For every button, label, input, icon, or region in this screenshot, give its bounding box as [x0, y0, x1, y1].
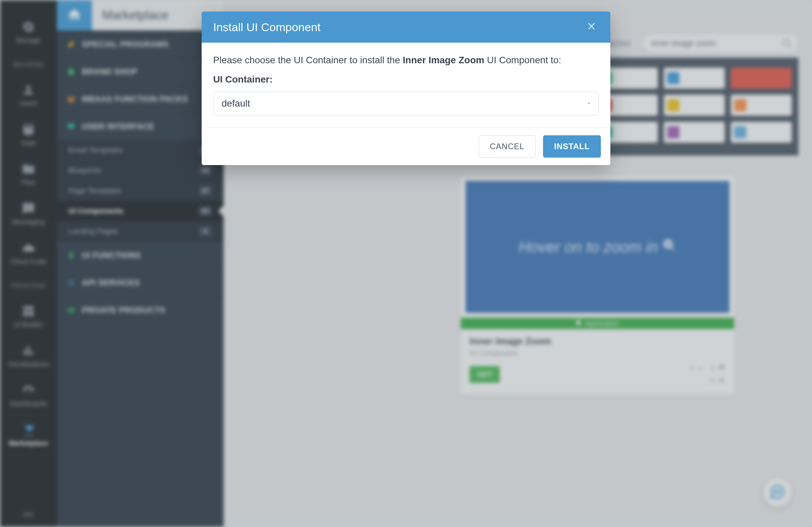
- modal-title: Install UI Component: [213, 20, 321, 34]
- install-button[interactable]: INSTALL: [543, 135, 601, 158]
- install-modal: Install UI Component Please choose the U…: [202, 12, 610, 165]
- close-icon: [587, 21, 597, 33]
- modal-body-strong: Inner Image Zoom: [403, 55, 484, 65]
- ui-container-label: UI Container:: [213, 72, 599, 87]
- modal-body: Please choose the UI Container to instal…: [202, 43, 610, 128]
- modal-body-suffix: UI Component to:: [484, 55, 561, 65]
- cancel-button[interactable]: CANCEL: [479, 135, 536, 158]
- close-button[interactable]: [585, 20, 599, 34]
- modal-text: Please choose the UI Container to instal…: [213, 53, 599, 67]
- ui-container-select[interactable]: default: [213, 92, 599, 115]
- modal-body-prefix: Please choose the UI Container to instal…: [213, 55, 403, 65]
- modal-header: Install UI Component: [202, 12, 610, 43]
- ui-container-select-wrap: default: [213, 92, 599, 115]
- modal-footer: CANCEL INSTALL: [202, 128, 610, 165]
